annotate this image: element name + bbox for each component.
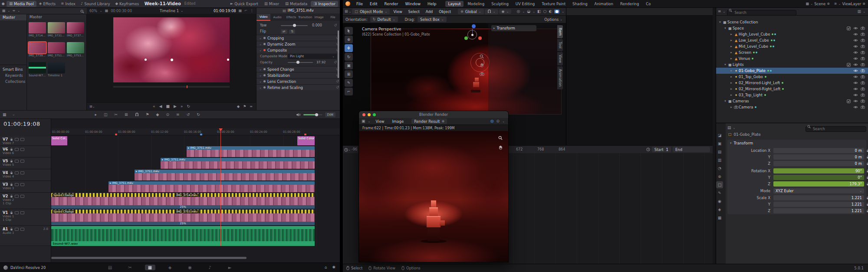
track-header-v6[interactable]: V6Video 6 [0,146,51,157]
undo-icon[interactable]: ↺ [187,113,190,117]
outliner-row-top-gobo[interactable]: ▸✦01_Top_Gobo [716,74,868,80]
render-result-image[interactable] [359,131,508,262]
opacity-slider[interactable] [288,62,313,63]
eye-icon[interactable] [853,51,858,54]
settings-gear-icon[interactable]: ✱ [332,265,335,269]
flag-icon[interactable]: ⚑ [146,113,149,117]
track-enable-toggle[interactable] [20,171,24,174]
expand-icon[interactable]: ⌐ [244,9,247,13]
menu-window[interactable]: Window [402,2,424,6]
gizmo-z-axis[interactable] [472,24,476,28]
camera-icon[interactable] [861,75,865,79]
lock-icon[interactable] [864,182,868,186]
resolve-logo-icon[interactable] [3,265,8,270]
volume-slider-knob[interactable] [315,113,318,116]
menu-help[interactable]: Help [424,2,440,6]
timeline-clip-audio[interactable]: Sound-W7.wav [51,226,315,246]
yaw-value[interactable]: 0.000 [312,23,322,27]
proportional-editing-toggle[interactable]: ◉⌄ [499,9,512,14]
location-z-field[interactable]: 0 m [773,161,864,166]
outliner-row-venue[interactable]: ▸▲Venue [716,56,868,62]
auto-select-toggle[interactable] [15,195,19,198]
camera-view-icon[interactable] [478,70,485,77]
go-to-start-button[interactable]: « [153,105,155,108]
razor-icon[interactable]: ✂ [114,113,118,117]
snapping-icon[interactable] [135,113,139,117]
section-composite[interactable]: ⌄Composite↺ [256,47,342,53]
opacity-value[interactable]: 37.92 [316,60,326,64]
workspace-tab-animation[interactable]: Animation [592,1,616,7]
lock-icon[interactable] [10,227,13,231]
track-header-a1[interactable]: A12.0Audio 1 [0,226,51,246]
opacity-slider-knob[interactable] [296,61,299,64]
transform-handle-center[interactable] [171,59,173,61]
transform-handle-right[interactable] [227,59,229,61]
reset-icon[interactable]: ↺ [336,79,339,83]
camera-icon[interactable] [861,26,865,30]
frame-start-field[interactable]: Start1 [652,147,671,152]
outliner-row-mid-level-cube[interactable]: ▸▲Mid_Level_Cube [716,43,868,49]
image-selector[interactable]: Render Result⊗ [411,118,447,124]
camera-icon[interactable] [861,33,865,36]
section-retime-scaling[interactable]: ⌄Retime and Scaling↺ [256,84,342,90]
rotation-y-field[interactable]: 0° [773,175,864,180]
sound-library-toggle[interactable]: ♪Sound Library [78,1,113,7]
track-header-v5[interactable]: V5Video 5 [0,158,51,169]
measure-tool[interactable]: ⌐ [345,88,353,95]
camera-icon[interactable] [861,87,865,91]
maximize-window-button[interactable] [373,113,376,116]
world-properties-tab[interactable]: ⊕ [716,173,723,180]
menu-add[interactable]: Add [423,10,435,14]
outliner-row-high-level-cube[interactable]: ▸▲High_Level_Cube [716,31,868,37]
lock-icon[interactable] [864,203,868,206]
overlays-icon[interactable]: ◒ [527,10,530,13]
transform-orientation-dropdown[interactable]: ⊕Global⌄ [458,9,484,14]
marker-icon[interactable]: ◆ [156,113,159,117]
mixer-strip-icon[interactable]: ≡ [176,113,180,117]
lock-icon[interactable] [10,194,13,198]
viewer-zoom-select[interactable]: 60% [89,9,97,13]
shading-material-icon[interactable]: ◐ [549,10,552,13]
track-enable-toggle[interactable] [20,183,24,186]
volume-slider[interactable] [303,114,322,115]
chevron-down-icon[interactable]: ⌄ [181,9,183,13]
chevron-down-icon[interactable]: ⌄ [723,10,726,13]
outliner-row-lights[interactable]: ▾▦Lights [716,62,868,68]
solo-toggle[interactable] [20,228,24,231]
camera-icon[interactable] [861,69,865,72]
mode-dropdown[interactable]: □Object Mode⌄ [352,9,390,14]
section-toggle[interactable] [263,37,266,39]
more-options-icon[interactable]: ⋮ [250,9,253,13]
inspector-toggle[interactable]: ◨Inspector [311,1,338,7]
media-clip[interactable]: IMG_3714... [29,22,46,37]
dim-button[interactable]: DIM [325,112,335,117]
transform-panel-header[interactable]: ▾ Transform [727,140,866,146]
media-clip[interactable]: IMG_3737... [67,22,84,37]
location-x-field[interactable]: 0 m [773,148,864,153]
outliner-row-low-level-cube[interactable]: ▸▲Low_Level_Cube [716,37,868,43]
match-frame-icon[interactable]: ◆ [237,105,240,108]
timeline-horizontal-scrollbar[interactable] [51,257,247,259]
eye-icon[interactable] [853,63,858,66]
scene-properties-tab[interactable]: ◔ [716,165,723,172]
camera-icon[interactable] [861,81,865,85]
menu-object[interactable]: Object [436,10,454,14]
chevron-down-icon[interactable]: ⌄ [348,148,351,151]
workspace-tab-uv-editing[interactable]: UV Editing [513,1,538,7]
reset-icon[interactable]: ↺ [334,60,337,64]
sidebar-tab-tool[interactable]: Tool [557,39,563,51]
timeline-ruler[interactable]: 01:00:00:00 01:00:04:00 01:00:08:00 01:0… [51,128,340,135]
project-manager-icon[interactable]: ⌂ [325,265,327,269]
render-window-titlebar[interactable]: Blender Render [359,111,508,118]
mixer-toggle[interactable]: ▥Mixer [262,1,282,7]
outliner-row-cameras[interactable]: ▾▦Cameras [716,98,868,104]
annotate-tool[interactable]: ✎ [345,79,353,87]
cut-page-icon[interactable]: ✂ [125,265,135,270]
transform-tool[interactable]: ⊞ [345,70,353,78]
lock-icon[interactable] [864,155,868,159]
object-properties-tab[interactable]: □ [716,181,723,188]
media-clip[interactable]: IMG_3751... [48,42,65,57]
shading-rendered-icon[interactable]: ● [554,10,559,13]
scale-tool[interactable]: ▣ [345,62,353,69]
lock-icon[interactable] [10,147,13,151]
